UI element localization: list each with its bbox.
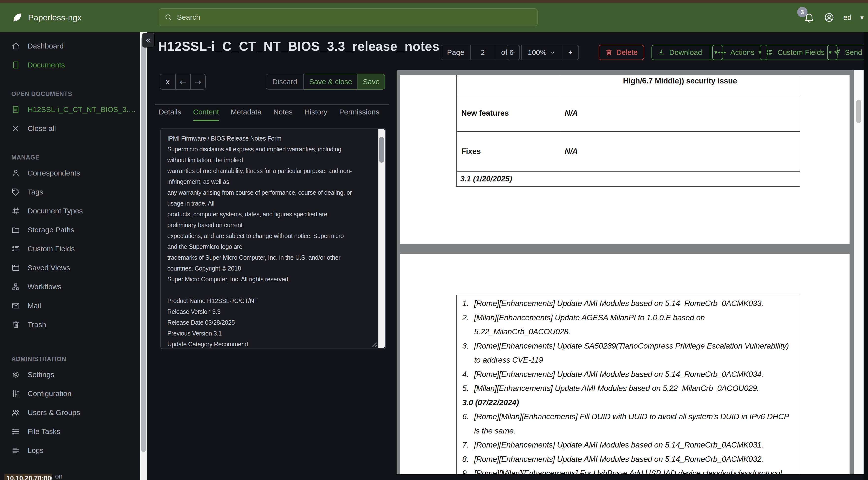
sidebar-item-settings[interactable]: Settings <box>0 365 140 384</box>
list-item-number: 7. <box>462 438 469 452</box>
save-and-close-button[interactable]: Save & close <box>304 74 358 90</box>
list-item-number: 3. <box>462 339 469 353</box>
save-group: Discard Save & close Save <box>266 74 385 90</box>
ellipsis-icon: ••• <box>718 49 726 56</box>
tab-history[interactable]: History <box>304 108 327 121</box>
delete-button[interactable]: Delete <box>598 45 644 60</box>
sidebar-item-dashboard[interactable]: Dashboard <box>0 36 140 55</box>
list-item-text: [Rome][Enhancements] Update SA50289(Tian… <box>474 341 789 365</box>
brand[interactable]: Paperless-ngx <box>11 3 82 32</box>
list-item-number: 4. <box>462 367 469 382</box>
boxes-icon <box>11 282 20 291</box>
textarea-scrollbar-thumb[interactable] <box>379 137 384 163</box>
feather-logo-icon <box>11 12 23 23</box>
page-label: Page <box>441 45 470 60</box>
sidebar-item-tags[interactable]: Tags <box>0 182 140 201</box>
sidebar-scrollbar[interactable] <box>140 32 147 480</box>
custom-fields-button[interactable]: Custom Fields ▾ <box>760 45 837 60</box>
sidebar-item-label: Correspondents <box>28 169 80 177</box>
x-icon <box>11 124 20 133</box>
sidebar-item-storage-paths[interactable]: Storage Paths <box>0 220 140 239</box>
tab-notes[interactable]: Notes <box>273 108 292 121</box>
download-icon <box>657 49 665 56</box>
status-url-tooltip: 10.10.20.70:8000 <box>4 474 52 480</box>
status-suffix: on <box>55 473 62 480</box>
sidebar-item-workflows[interactable]: Workflows <box>0 277 140 296</box>
zoom-in-button[interactable]: + <box>562 45 579 60</box>
changelog-version-heading: 3.0 (07/22/2024) <box>457 396 796 410</box>
sidebar-item-close-all[interactable]: Close all <box>0 119 140 138</box>
sidebar-item-trash[interactable]: Trash <box>0 315 140 334</box>
zoom-out-button[interactable]: - <box>507 45 521 60</box>
sidebar-item-label: Close all <box>28 124 56 133</box>
people-icon <box>11 408 20 417</box>
document-title: H12SSL-i_C_CT_NT_BIOS_3.3_release_notes <box>158 39 439 54</box>
previous-document-button[interactable]: ← <box>175 74 190 89</box>
person-icon <box>11 169 20 178</box>
sidebar-item-document-types[interactable]: Document Types <box>0 201 140 220</box>
file-icon <box>11 61 20 69</box>
page-number-input[interactable]: 2 <box>470 45 495 60</box>
sidebar-item-saved-views[interactable]: Saved Views <box>0 258 140 277</box>
sliders-icon <box>11 389 20 398</box>
sidebar: DashboardDocumentsOPEN DOCUMENTSH12SSL-i… <box>0 32 140 480</box>
notification-badge: 3 <box>797 7 807 17</box>
actions-button[interactable]: ••• Actions ▾ <box>712 45 767 60</box>
list-item-text: [Rome][Enhancements] Update AMI Modules … <box>474 455 764 463</box>
trash-icon <box>11 320 20 329</box>
status-url: 10.10.20.70:8000 <box>4 474 52 480</box>
tab-metadata[interactable]: Metadata <box>231 108 261 121</box>
send-icon <box>833 49 841 56</box>
list-item-text: [Rome][Milan][Enhancements] Fill DUID wi… <box>474 412 789 435</box>
sidebar-item-documents[interactable]: Documents <box>0 55 140 74</box>
pdf-scrollbar[interactable] <box>854 70 864 474</box>
release-notes-table: High/6.7 Middle)) security issue New fea… <box>456 75 800 187</box>
user-menu-caret-icon[interactable]: ▾ <box>860 14 864 21</box>
sidebar-item-label: Settings <box>28 370 54 379</box>
tab-details[interactable]: Details <box>159 108 181 121</box>
sidebar-item-h12ssl-i-c-ct-nt-bios-3-3-rel[interactable]: H12SSL-i_C_CT_NT_BIOS_3.3_rel... <box>0 100 140 119</box>
close-document-button[interactable]: x <box>160 74 175 89</box>
save-button[interactable]: Save <box>358 74 385 90</box>
sidebar-item-correspondents[interactable]: Correspondents <box>0 163 140 182</box>
changelog-list-item: 2.[Milan][Enhancements] Update AGESA Mil… <box>457 311 796 339</box>
sidebar-item-label: Document Types <box>28 207 83 215</box>
sidebar-item-logs[interactable]: Logs <box>0 441 140 460</box>
notifications-button[interactable]: 3 <box>804 12 815 23</box>
changelog-list-item: 3.[Rome][Enhancements] Update SA50289(Ti… <box>457 339 796 367</box>
content-textarea[interactable]: IPMI Firmware / BIOS Release Notes Form … <box>160 128 386 349</box>
send-button[interactable]: Send ▾ <box>827 45 868 60</box>
textarea-resize-handle[interactable] <box>369 339 377 348</box>
table-row: Fixes N/A <box>457 131 800 171</box>
discard-button[interactable]: Discard <box>266 74 304 90</box>
list-item-number: 8. <box>462 452 469 467</box>
list-item-text: [Rome][Enhancements] Update AMI Modules … <box>474 370 764 379</box>
sidebar-item-label: Saved Views <box>28 264 70 272</box>
collapse-sidebar-button[interactable]: « <box>142 33 155 48</box>
sidebar-item-configuration[interactable]: Configuration <box>0 384 140 403</box>
list-check-icon <box>11 244 20 253</box>
document-nav-group: x ← → <box>160 74 206 90</box>
sidebar-item-file-tasks[interactable]: File Tasks <box>0 422 140 441</box>
sidebar-item-label: Trash <box>28 321 46 329</box>
zoom-level-value: 100% <box>528 48 547 57</box>
global-search[interactable] <box>159 8 537 26</box>
zoom-control: - 100% + <box>506 45 579 60</box>
sidebar-item-users-groups[interactable]: Users & Groups <box>0 403 140 422</box>
search-input[interactable] <box>177 13 532 22</box>
sidebar-scrollbar-thumb[interactable] <box>141 36 146 452</box>
username[interactable]: ed <box>843 13 851 22</box>
zoom-level-dropdown[interactable]: 100% <box>521 45 562 60</box>
sidebar-item-custom-fields[interactable]: Custom Fields <box>0 239 140 258</box>
mail-icon <box>11 301 20 310</box>
pdf-scrollbar-thumb[interactable] <box>856 100 861 123</box>
tab-permissions[interactable]: Permissions <box>339 108 379 121</box>
tab-content[interactable]: Content <box>193 108 219 121</box>
pdf-page-3: 1.[Rome][Enhancements] Update AMI Module… <box>400 254 849 474</box>
sidebar-section-title: ADMINISTRATION <box>0 351 140 365</box>
sidebar-item-mail[interactable]: Mail <box>0 296 140 315</box>
user-avatar-icon[interactable] <box>824 12 835 23</box>
navbar-right: 3 ed ▾ <box>804 3 864 32</box>
next-document-button[interactable]: → <box>190 74 205 89</box>
download-label: Download <box>669 48 702 57</box>
